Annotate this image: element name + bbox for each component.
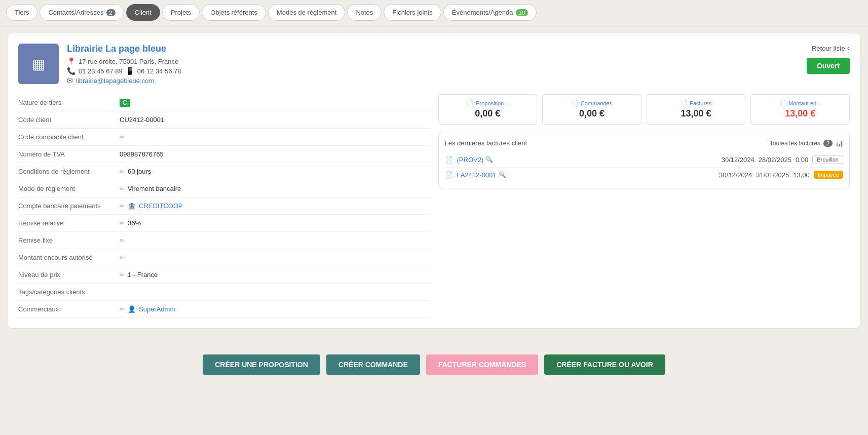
tab-label-modes: Modes de règlement	[277, 9, 337, 16]
field-value-7: ✏36%	[120, 219, 430, 227]
field-value-12: ✏👤SuperAdmin	[120, 305, 430, 313]
tab-label-objets: Objets référents	[210, 9, 257, 16]
edit-icon[interactable]: ✏	[120, 185, 125, 192]
tab-objets[interactable]: Objets référents	[202, 4, 266, 21]
email-icon: ✉	[67, 76, 73, 85]
stat-card-0[interactable]: 📄Proposition...0,00 €	[438, 94, 538, 125]
company-email[interactable]: librairie@lapagebleue.com	[76, 77, 154, 85]
stat-label-2: 📄Factures	[654, 100, 738, 106]
tab-label-client: Client	[135, 9, 152, 16]
edit-icon[interactable]: ✏	[120, 220, 125, 227]
invoice-search-icon-1[interactable]: 🔍	[499, 171, 506, 178]
field-text-3: 098987876765	[120, 150, 164, 158]
tab-fichiers[interactable]: Fichiers joints	[384, 4, 441, 21]
creer-proposition-button[interactable]: CRÉER UNE PROPOSITION	[203, 354, 320, 375]
field-row-12: Commerciaux✏👤SuperAdmin	[18, 301, 430, 318]
field-value-1: CU2412-00001	[120, 116, 430, 124]
creer-commande-button[interactable]: CRÉER COMMANDE	[326, 354, 420, 375]
invoice-id-1[interactable]: FA2412-0001 🔍	[457, 171, 715, 179]
edit-icon[interactable]: ✏	[120, 203, 125, 210]
invoices-list: 📄 (PROV2) 🔍 30/12/2024 28/02/2025 0,00 B…	[445, 152, 844, 182]
tab-projets[interactable]: Projets	[162, 4, 200, 21]
company-header: ▦ Librairie La page bleue 📍 17 rue droit…	[18, 44, 850, 86]
field-text-4: 60 jours	[128, 168, 151, 175]
toutes-factures-link[interactable]: Toutes les factures 2 📊	[770, 140, 843, 147]
bank-link-6[interactable]: CREDITCOOP	[139, 202, 183, 210]
invoice-row-1: 📄 FA2412-0001 🔍 30/12/2024 31/01/2025 13…	[445, 168, 844, 182]
field-label-7: Remise relative	[18, 219, 120, 227]
stat-value-0: 0,00 €	[446, 108, 530, 119]
company-phone-line: 📞 01 23 45 67 89 📱 06 12 34 56 78	[67, 67, 181, 75]
field-label-1: Code client	[18, 116, 120, 124]
field-row-7: Remise relative✏36%	[18, 215, 430, 232]
stat-card-2[interactable]: 📄Factures13,00 €	[647, 94, 746, 125]
field-text-10: 1 - France	[128, 271, 158, 279]
field-row-11: Tags/catégories clients	[18, 284, 430, 301]
stat-label-3: 📄Montant en...	[758, 100, 842, 106]
tab-bar: TiersContacts/Adresses2ClientProjetsObje…	[0, 0, 868, 25]
tab-client[interactable]: Client	[126, 4, 160, 21]
user-link-12[interactable]: SuperAdmin	[139, 305, 175, 313]
stat-card-3[interactable]: 📄Montant en...13,00 €	[750, 94, 850, 125]
field-row-10: Niveau de prix✏1 - France	[18, 266, 430, 284]
retour-liste-button[interactable]: Retour liste ‹	[812, 44, 850, 53]
invoice-amount-0: 0,00	[796, 156, 808, 164]
company-address-line: 📍 17 rue droite, 75001 Paris, France	[67, 57, 181, 65]
invoices-section: Les dernières factures client Toutes les…	[438, 133, 850, 188]
field-label-11: Tags/catégories clients	[18, 288, 120, 296]
field-value-9: ✏	[120, 254, 430, 261]
bottom-bar: CRÉER UNE PROPOSITIONCRÉER COMMANDEFACTU…	[0, 344, 868, 385]
invoice-amount-1: 13,00	[793, 171, 810, 179]
edit-icon[interactable]: ✏	[120, 306, 125, 313]
invoice-search-icon-0[interactable]: 🔍	[485, 156, 493, 163]
field-label-2: Code comptable client	[18, 133, 120, 141]
field-label-3: Numéro de TVA	[18, 150, 120, 158]
two-col-layout: Nature de tiersCCode clientCU2412-00001C…	[18, 94, 850, 318]
invoice-id-0[interactable]: (PROV2) 🔍	[457, 156, 718, 164]
tab-badge-evenements: 10	[516, 9, 528, 16]
toutes-factures-count: 2	[823, 140, 833, 147]
bank-icon: 🏦	[128, 202, 136, 210]
edit-icon[interactable]: ✏	[120, 134, 125, 141]
field-label-8: Remise fixe	[18, 236, 120, 244]
main-content: ▦ Librairie La page bleue 📍 17 rue droit…	[0, 25, 868, 344]
edit-icon[interactable]: ✏	[120, 237, 125, 244]
stat-card-1[interactable]: 📄Commandes0,00 €	[542, 94, 641, 125]
mobile-icon: 📱	[126, 67, 134, 75]
stat-label-0: 📄Proposition...	[446, 100, 530, 106]
fields-table: Nature de tiersCCode clientCU2412-00001C…	[18, 94, 430, 318]
company-card: ▦ Librairie La page bleue 📍 17 rue droit…	[8, 33, 860, 328]
tab-notes[interactable]: Notes	[347, 4, 382, 21]
company-name: Librairie La page bleue	[67, 44, 181, 54]
chevron-left-icon: ‹	[847, 44, 850, 53]
tab-evenements[interactable]: Événements/Agenda10	[443, 4, 537, 21]
stat-doc-icon-3: 📄	[779, 100, 786, 106]
tab-contacts[interactable]: Contacts/Adresses2	[40, 4, 124, 21]
edit-icon[interactable]: ✏	[120, 254, 125, 261]
field-text-5: Virement bancaire	[128, 185, 181, 192]
nature-badge-0: C	[120, 99, 130, 107]
tab-modes[interactable]: Modes de règlement	[268, 4, 346, 21]
creer-facture-button[interactable]: CRÉER FACTURE OU AVOIR	[544, 354, 665, 375]
invoice-date-1: 30/12/2024	[719, 171, 752, 179]
field-value-5: ✏Virement bancaire	[120, 185, 430, 192]
ouvert-button[interactable]: Ouvert	[807, 58, 850, 74]
toutes-factures-label: Toutes les factures	[770, 140, 820, 147]
edit-icon[interactable]: ✏	[120, 168, 125, 175]
field-value-10: ✏1 - France	[120, 271, 430, 279]
invoices-title: Les dernières factures client	[445, 139, 527, 147]
field-value-4: ✏60 jours	[120, 168, 430, 175]
invoice-doc-icon-0: 📄	[445, 156, 453, 164]
field-label-4: Conditions de règlement	[18, 168, 120, 175]
stats-row: 📄Proposition...0,00 €📄Commandes0,00 €📄Fa…	[438, 94, 850, 125]
invoice-badge-0: Brouillon	[812, 155, 843, 164]
tab-tiers[interactable]: Tiers	[6, 4, 37, 21]
field-label-6: Compte bancaire paiements	[18, 202, 120, 210]
edit-icon[interactable]: ✏	[120, 271, 125, 279]
facturer-commandes-button[interactable]: FACTURER COMMANDES	[426, 354, 538, 375]
company-details: Librairie La page bleue 📍 17 rue droite,…	[67, 44, 181, 86]
company-address: 17 rue droite, 75001 Paris, France	[79, 58, 178, 65]
stat-label-text-1: Commandes	[581, 100, 612, 106]
field-row-4: Conditions de règlement✏60 jours	[18, 163, 430, 180]
field-label-10: Niveau de prix	[18, 271, 120, 279]
